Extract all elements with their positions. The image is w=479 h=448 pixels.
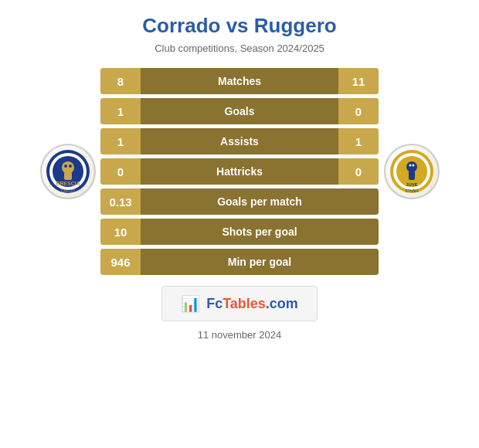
stat-left-val-assists: 1 xyxy=(100,128,141,154)
stat-right-val-hattricks: 0 xyxy=(338,158,379,185)
stat-row-matches: 8Matches11 xyxy=(100,68,379,94)
stat-row-assists: 1Assists1 xyxy=(100,128,379,154)
brescia-badge-svg: BRESCIA CALCIO xyxy=(44,148,92,195)
main-content: BRESCIA CALCIO 8Matches111Goals01Assists… xyxy=(8,68,471,275)
svg-point-3 xyxy=(62,161,74,174)
stat-left-val-min-per-goal: 946 xyxy=(100,249,141,275)
fctables-text: FcTables.com xyxy=(206,296,298,312)
juvestabia-badge-svg: JUVE STABIA xyxy=(388,148,436,195)
stat-label-min-per-goal: Min per goal xyxy=(141,249,379,275)
fctables-icon: 📊 xyxy=(181,294,200,313)
stat-left-val-goals: 1 xyxy=(100,98,141,124)
fctables-logo: 📊 FcTables.com xyxy=(161,286,318,321)
svg-text:BRESCIA: BRESCIA xyxy=(56,181,80,186)
stat-label-matches: Matches xyxy=(141,68,338,94)
stat-label-goals: Goals xyxy=(141,98,338,124)
stat-right-val-assists: 1 xyxy=(338,128,379,154)
page-wrapper: Corrado vs Ruggero Club competitions, Se… xyxy=(0,0,479,448)
stat-label-shots-per-goal: Shots per goal xyxy=(141,219,379,245)
stat-right-val-matches: 11 xyxy=(338,68,379,94)
svg-text:JUVE: JUVE xyxy=(406,182,418,187)
stats-section: 8Matches111Goals01Assists10Hattricks00.1… xyxy=(100,68,379,275)
svg-point-12 xyxy=(406,161,417,172)
svg-text:STABIA: STABIA xyxy=(405,188,419,193)
stat-right-val-goals: 0 xyxy=(338,98,379,124)
svg-text:CALCIO: CALCIO xyxy=(60,188,75,193)
stat-label-hattricks: Hattricks xyxy=(141,158,338,185)
stat-label-assists: Assists xyxy=(141,128,338,154)
svg-rect-4 xyxy=(64,172,72,180)
svg-rect-13 xyxy=(409,171,415,180)
right-team-logo: JUVE STABIA xyxy=(379,144,444,199)
svg-point-5 xyxy=(64,165,67,168)
stat-left-val-matches: 8 xyxy=(100,68,141,94)
svg-point-6 xyxy=(69,165,72,168)
right-team-badge: JUVE STABIA xyxy=(384,144,440,199)
stat-left-val-hattricks: 0 xyxy=(100,158,141,185)
stat-left-val-goals-per-match: 0.13 xyxy=(100,188,141,215)
left-team-badge: BRESCIA CALCIO xyxy=(40,144,96,199)
stat-label-goals-per-match: Goals per match xyxy=(141,188,379,215)
stat-left-val-shots-per-goal: 10 xyxy=(100,219,141,245)
stat-row-goals-per-match: 0.13Goals per match xyxy=(100,188,379,215)
date-footer: 11 november 2024 xyxy=(198,329,281,341)
stat-row-goals: 1Goals0 xyxy=(100,98,379,124)
svg-point-15 xyxy=(412,165,414,167)
stat-row-shots-per-goal: 10Shots per goal xyxy=(100,219,379,245)
svg-point-14 xyxy=(409,165,411,167)
left-team-logo: BRESCIA CALCIO xyxy=(35,144,100,199)
page-subtitle: Club competitions, Season 2024/2025 xyxy=(155,42,324,54)
stat-row-min-per-goal: 946Min per goal xyxy=(100,249,379,275)
page-title: Corrado vs Ruggero xyxy=(142,14,336,38)
stat-row-hattricks: 0Hattricks0 xyxy=(100,158,379,185)
